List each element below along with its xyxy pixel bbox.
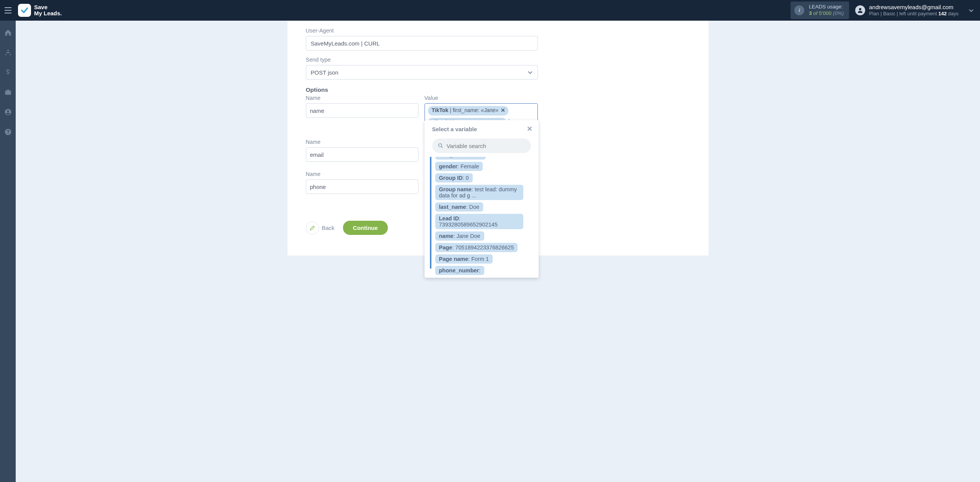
option-name-field-1[interactable] [310,151,414,158]
app-name-line-2: My Leads. [34,10,62,16]
sidebar-home-icon[interactable] [0,26,16,39]
name-label-2: Name [306,171,418,177]
search-icon [438,142,444,149]
usage-used: 3 [809,10,812,16]
variable-search-input[interactable] [447,143,526,149]
option-name-field-2[interactable] [310,184,414,190]
account-plan-prefix: Plan | [869,11,882,16]
avatar-icon [855,5,865,15]
usage-limit: 5'000 [819,10,831,16]
variable-option[interactable]: Group ID: 0 [435,173,473,182]
form-card: User-Agent Send type POST json Options N… [287,21,709,256]
account-plan-days: 142 [938,11,947,16]
option-name-input-1[interactable] [306,147,418,162]
account-email: andrewsavemyleads@gmail.com [869,4,959,11]
chevron-down-icon [528,70,533,74]
svg-point-4 [438,144,441,147]
option-name-field-0[interactable] [310,107,414,114]
variable-search-box[interactable] [432,138,531,153]
name-label-1: Name [306,139,418,145]
user-agent-input[interactable] [306,36,538,50]
variable-option[interactable]: first_name: Jane [435,157,486,160]
variable-option[interactable]: phone_number: [435,266,485,275]
sidebar-connections-icon[interactable] [0,46,16,59]
sidebar-profile-icon[interactable] [0,106,16,119]
variable-panel-close-icon[interactable]: ✕ [527,125,532,133]
sidebar-billing-icon[interactable] [0,66,16,79]
account-dropdown-toggle[interactable] [962,0,980,21]
variable-panel-title: Select a variable [432,126,477,132]
logo-mark-icon [18,4,31,17]
sidebar-briefcase-icon[interactable] [0,86,16,99]
topbar: Save My Leads. i LEADS usage: 3 of 5'000… [0,0,980,21]
value-column-label: Value [425,95,538,101]
user-agent-label: User-Agent [306,28,690,34]
send-type-value: POST json [311,69,338,76]
user-agent-field[interactable] [311,40,533,47]
send-type-select[interactable]: POST json [306,65,538,80]
app-name-line-1: Save [34,4,47,10]
name-column-label: Name [306,95,418,101]
send-type-label: Send type [306,57,690,63]
option-name-input-0[interactable] [306,103,418,118]
variable-option[interactable]: Page: 7051894223376826625 [435,243,518,252]
variable-option[interactable]: gender: Female [435,162,483,171]
variable-option[interactable]: last_name: Doe [435,202,483,212]
leads-usage-box: i LEADS usage: 3 of 5'000 (0%) [791,2,849,19]
svg-line-5 [441,147,443,148]
svg-point-3 [859,8,861,10]
variable-option[interactable]: Page name: Form 1 [435,254,493,264]
value-tag[interactable]: TikTok | first_name: «Jane» ✕ [428,106,509,116]
account-plan-mid: | left until payment [897,11,937,16]
options-label: Options [306,86,690,93]
variable-option[interactable]: Lead ID: 7393280589652902145 [435,214,523,229]
variable-dropdown-panel: Select a variable ✕ first_name: Janegend… [425,120,539,278]
account-box[interactable]: andrewsavemyleads@gmail.com Plan | Basic… [855,4,962,17]
continue-button[interactable]: Continue [343,221,388,235]
account-plan: Plan | Basic | left until payment 142 da… [869,11,959,17]
work-area: User-Agent Send type POST json Options N… [16,21,980,482]
back-button-label: Back [322,225,335,231]
usage-of-word: of [813,10,817,16]
back-pencil-icon [306,221,319,234]
back-button[interactable]: Back [306,221,335,234]
sidebar [0,21,16,482]
usage-values: 3 of 5'000 (0%) [809,10,844,17]
hamburger-menu-icon[interactable] [0,0,16,21]
usage-percent: (0%) [833,10,844,16]
info-icon: i [794,5,804,15]
variable-option[interactable]: Group name: test lead: dummy data for ad… [435,185,523,200]
app-logo[interactable]: Save My Leads. [16,4,62,17]
variable-list-rail [430,157,431,269]
usage-label: LEADS usage: [809,4,844,10]
option-name-input-2[interactable] [306,179,418,194]
variable-option[interactable]: name: Jane Doe [435,231,484,241]
account-plan-name: Basic [883,11,895,16]
account-plan-days-word: days [948,11,959,16]
sidebar-help-icon[interactable] [0,125,16,138]
app-name: Save My Leads. [34,4,62,16]
variable-list[interactable]: first_name: Janegender: FemaleGroup ID: … [425,157,539,276]
tag-remove-icon[interactable]: ✕ [501,107,505,114]
